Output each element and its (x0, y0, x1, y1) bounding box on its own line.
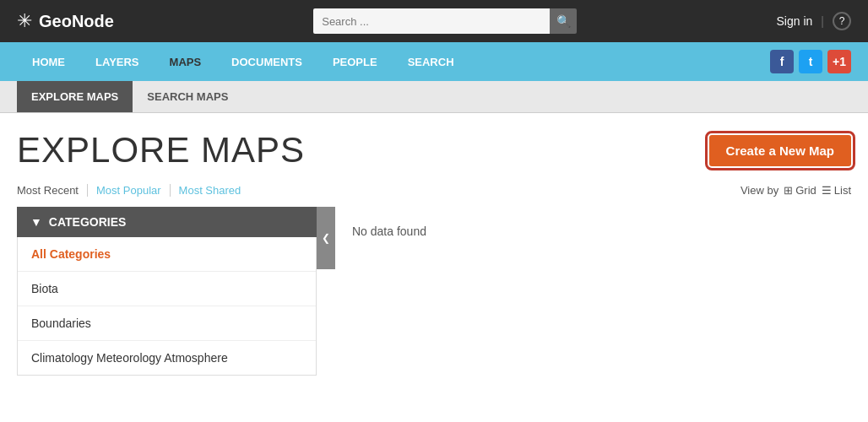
sort-most-popular[interactable]: Most Popular (88, 184, 171, 197)
category-biota[interactable]: Biota (18, 272, 316, 306)
categories-label: CATEGORIES (49, 215, 127, 229)
geonode-logo-icon: ✳ (17, 10, 32, 32)
social-icons: f t +1 (770, 50, 851, 73)
sub-navigation: EXPLORE MAPS SEARCH MAPS (0, 81, 868, 113)
nav-right: Sign in | ? (777, 12, 851, 30)
view-list-button[interactable]: ☰ List (822, 184, 851, 197)
categories-list: All Categories Biota Boundaries Climatol… (17, 237, 317, 376)
list-label: List (834, 184, 851, 197)
help-icon[interactable]: ? (833, 12, 851, 30)
nav-link-layers[interactable]: LAYERS (80, 42, 155, 81)
categories-header[interactable]: ▼ CATEGORIES (17, 207, 317, 237)
no-data-label: No data found (352, 225, 426, 238)
tab-search-maps[interactable]: SEARCH MAPS (133, 81, 242, 112)
collapse-area: ❮ (317, 207, 335, 376)
view-by-area: View by ⊞ Grid ☰ List (741, 184, 851, 197)
sort-row: Most Recent Most Popular Most Shared Vie… (17, 179, 851, 207)
tab-explore-maps[interactable]: EXPLORE MAPS (17, 81, 133, 112)
collapse-sidebar-button[interactable]: ❮ (317, 207, 335, 269)
facebook-icon[interactable]: f (770, 50, 794, 73)
page-content: EXPLORE MAPS Create a New Map Most Recen… (0, 113, 868, 376)
category-boundaries[interactable]: Boundaries (18, 306, 316, 341)
nav-link-search[interactable]: SEARCH (393, 42, 469, 81)
nav-link-people[interactable]: PEOPLE (317, 42, 393, 81)
sidebar: ▼ CATEGORIES All Categories Biota Bounda… (17, 207, 317, 376)
search-button[interactable]: 🔍 (550, 8, 577, 34)
nav-link-home[interactable]: HOME (17, 42, 80, 81)
logo-text: GeoNode (39, 12, 114, 31)
grid-label: Grid (795, 184, 816, 197)
top-navigation: ✳ GeoNode 🔍 Sign in | ? (0, 0, 868, 42)
view-grid-button[interactable]: ⊞ Grid (784, 184, 816, 197)
content-area: No data found (335, 207, 851, 376)
search-input[interactable] (313, 8, 550, 34)
logo-area: ✳ GeoNode (17, 10, 114, 32)
main-layout: ▼ CATEGORIES All Categories Biota Bounda… (17, 207, 851, 376)
search-area: 🔍 (313, 8, 577, 34)
page-header: EXPLORE MAPS Create a New Map (17, 113, 851, 179)
sort-most-recent[interactable]: Most Recent (17, 184, 88, 197)
sort-most-shared[interactable]: Most Shared (171, 184, 250, 197)
category-climatology[interactable]: Climatology Meteorology Atmosphere (18, 341, 316, 375)
category-all[interactable]: All Categories (18, 237, 316, 272)
gplus-icon[interactable]: +1 (827, 50, 851, 73)
main-navigation: HOME LAYERS MAPS DOCUMENTS PEOPLE SEARCH… (0, 42, 868, 81)
page-title: EXPLORE MAPS (17, 130, 305, 170)
nav-link-maps[interactable]: MAPS (155, 42, 217, 81)
grid-icon: ⊞ (784, 184, 793, 197)
main-nav-links: HOME LAYERS MAPS DOCUMENTS PEOPLE SEARCH (17, 42, 469, 81)
chevron-down-icon: ▼ (30, 215, 42, 229)
sort-links: Most Recent Most Popular Most Shared (17, 184, 249, 197)
nav-link-documents[interactable]: DOCUMENTS (216, 42, 317, 81)
view-by-label: View by (741, 184, 778, 197)
twitter-icon[interactable]: t (799, 50, 822, 73)
list-icon: ☰ (822, 184, 832, 197)
signin-link[interactable]: Sign in (777, 14, 813, 28)
create-new-map-button[interactable]: Create a New Map (709, 135, 851, 166)
nav-divider: | (821, 14, 824, 28)
